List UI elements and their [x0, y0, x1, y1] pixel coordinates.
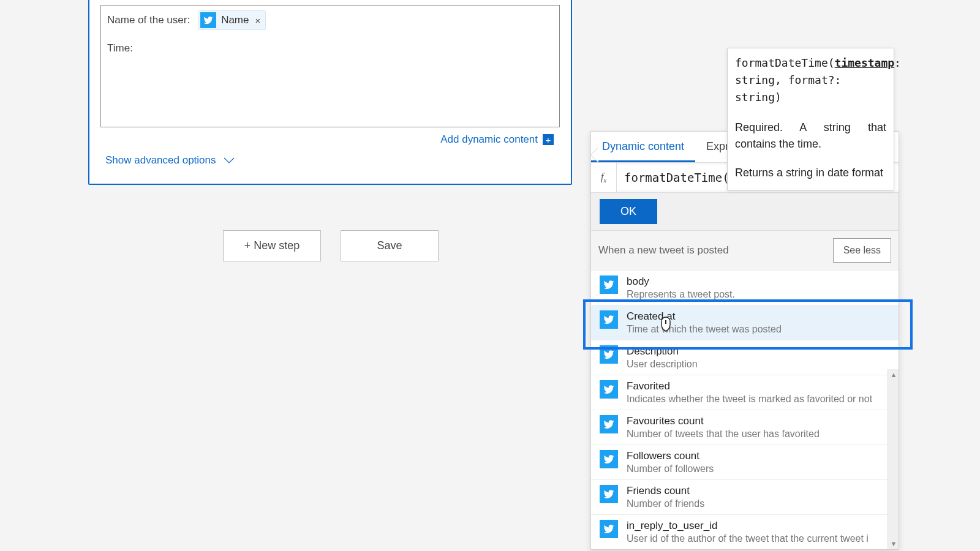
dc-item-title: Description — [627, 345, 698, 358]
ok-button[interactable]: OK — [600, 199, 657, 224]
fx-icon: fx — [591, 163, 617, 192]
save-button[interactable]: Save — [341, 230, 439, 261]
dc-item-title: Friends count — [627, 485, 704, 497]
plus-icon[interactable]: + — [543, 134, 554, 145]
twitter-icon — [600, 345, 618, 364]
dc-item-favorited[interactable]: FavoritedIndicates whether the tweet is … — [591, 375, 899, 410]
dc-item-desc: User description — [627, 359, 698, 370]
scroll-up-icon[interactable]: ▲ — [888, 369, 899, 380]
dc-item-desc: User id of the author of the tweet that … — [627, 533, 869, 544]
dc-item-followers-count[interactable]: Followers countNumber of followers — [591, 444, 899, 479]
scrollbar[interactable]: ▲ ▼ — [888, 369, 899, 549]
dc-item-desc: Indicates whether the tweet is marked as… — [627, 394, 872, 405]
function-signature: formatDateTime(timestamp: string, format… — [735, 54, 886, 106]
chevron-down-icon — [224, 156, 235, 168]
dc-item-description[interactable]: DescriptionUser description — [591, 340, 899, 375]
dc-item-title: body — [627, 276, 735, 288]
dc-item-desc: Time at which the tweet was posted — [627, 324, 782, 335]
token-name[interactable]: Name × — [198, 10, 266, 30]
dc-item-title: Followers count — [627, 450, 714, 462]
new-step-button[interactable]: + New step — [223, 230, 321, 261]
twitter-icon — [600, 415, 618, 433]
advanced-label: Show advanced options — [105, 154, 216, 167]
dc-item-desc: Represents a tweet post. — [627, 289, 735, 300]
dc-item-desc: Number of followers — [627, 463, 714, 474]
twitter-icon — [600, 485, 618, 503]
dc-item-desc: Number of tweets that the user has favor… — [627, 429, 820, 440]
message-body-input[interactable]: Name of the user: Name × Time: — [100, 5, 560, 127]
add-dynamic-content-link[interactable]: Add dynamic content — [440, 133, 538, 146]
twitter-icon — [600, 276, 618, 294]
label-name-of-user: Name of the user: — [107, 14, 190, 26]
dynamic-content-popover: Dynamic content Expression fx formatDate… — [590, 131, 899, 550]
token-remove-icon[interactable]: × — [255, 15, 260, 26]
dc-item-title: in_reply_to_user_id — [627, 520, 869, 532]
tab-dynamic-content[interactable]: Dynamic content — [591, 132, 695, 162]
dc-item-title: Created at — [627, 310, 782, 323]
twitter-icon — [600, 310, 618, 329]
see-less-button[interactable]: See less — [833, 238, 891, 263]
dc-item-in-reply-to-user-id[interactable]: in_reply_to_user_idUser id of the author… — [591, 514, 899, 549]
twitter-icon — [600, 450, 618, 468]
label-time: Time: — [107, 42, 133, 54]
param-description: Required. A string that contains the tim… — [735, 119, 886, 152]
dc-item-body[interactable]: bodyRepresents a tweet post. — [591, 270, 899, 305]
function-tooltip: formatDateTime(timestamp: string, format… — [727, 48, 894, 190]
dc-item-title: Favourites count — [627, 415, 820, 427]
flow-step-card: Name of the user: Name × Time: Add dynam… — [88, 0, 572, 185]
dc-item-created-at[interactable]: Created atTime at which the tweet was po… — [591, 305, 899, 340]
step-buttons: + New step Save — [223, 230, 439, 261]
dc-item-favourites-count[interactable]: Favourites countNumber of tweets that th… — [591, 410, 899, 444]
scroll-down-icon[interactable]: ▼ — [888, 538, 899, 549]
token-label: Name — [221, 14, 249, 26]
dc-item-title: Favorited — [627, 380, 872, 392]
section-title: When a new tweet is posted — [598, 244, 729, 257]
twitter-icon — [200, 12, 216, 28]
twitter-icon — [600, 380, 618, 399]
return-description: Returns a string in date format — [735, 165, 886, 181]
twitter-icon — [600, 520, 618, 538]
show-advanced-options[interactable]: Show advanced options — [100, 146, 560, 173]
dynamic-content-list: bodyRepresents a tweet post.Created atTi… — [591, 270, 899, 549]
dc-item-desc: Number of friends — [627, 498, 704, 509]
dc-item-friends-count[interactable]: Friends countNumber of friends — [591, 479, 899, 514]
